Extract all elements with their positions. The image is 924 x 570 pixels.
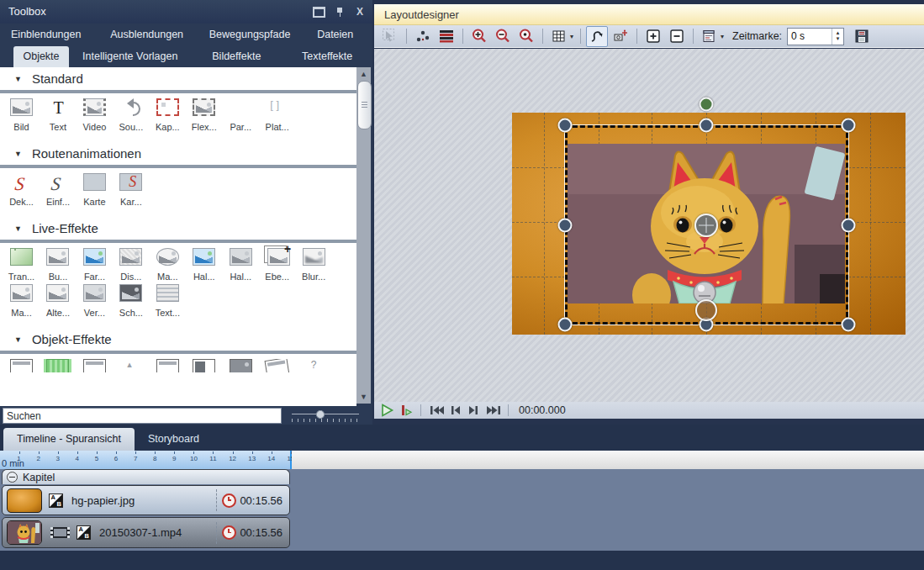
toolbox-item[interactable]: Alte... [41, 284, 74, 319]
toolbox-item[interactable]: Plat... [261, 98, 293, 133]
tab-storyboard[interactable]: Storyboard [135, 428, 213, 451]
tab-objekte[interactable]: Objekte [13, 46, 69, 67]
toolbox-item[interactable]: Bild [5, 98, 38, 133]
resize-handle-se[interactable] [842, 318, 856, 332]
plus-icon[interactable] [642, 26, 664, 47]
toolbox-item[interactable]: Tran... [5, 248, 38, 282]
section-header[interactable]: ▼ Standard [0, 67, 356, 90]
timeline-ruler[interactable]: 123456789101112131415 0 min [0, 451, 292, 469]
spinner-arrows-icon[interactable]: ▲▼ [832, 29, 843, 45]
scrollbar-thumb[interactable] [357, 81, 372, 129]
toolbox-item[interactable] [151, 359, 184, 372]
toolbox-item[interactable] [114, 359, 147, 372]
toolbox-item[interactable]: Sou... [114, 98, 147, 133]
toolbox-item[interactable] [187, 359, 220, 372]
section-header[interactable]: ▼ Live-Effekte [0, 217, 356, 240]
resize-handle-sw[interactable] [558, 318, 573, 332]
grid-icon[interactable] [548, 26, 570, 47]
show-stripes-icon[interactable] [436, 26, 457, 47]
toolbox-item[interactable] [78, 359, 111, 372]
tab-intelligente-vorlagen[interactable]: Intelligente Vorlagen [69, 50, 191, 67]
select-tool-icon[interactable] [379, 26, 401, 47]
zeitmarke-value[interactable]: 0 s [788, 30, 832, 42]
scroll-down-button[interactable]: ▼ [356, 390, 371, 404]
tab-bildeffekte[interactable]: Bildeffekte [191, 50, 282, 67]
toolbox-item[interactable]: Karte [78, 173, 111, 208]
save-icon[interactable] [851, 26, 873, 47]
toolbox-item[interactable]: Blur... [298, 248, 330, 282]
search-input[interactable] [3, 408, 282, 424]
pin-icon[interactable] [335, 7, 344, 17]
resize-handle-n[interactable] [700, 119, 714, 133]
resize-handle-ne[interactable] [842, 119, 856, 133]
tab-ausblendungen[interactable]: Ausblendungen [92, 29, 201, 45]
step-forward-icon[interactable] [467, 403, 480, 418]
toolbox-item[interactable]: Video [78, 98, 111, 133]
toolbox-item[interactable]: Par... [224, 98, 257, 133]
resize-handle-e[interactable] [842, 219, 856, 233]
play-from-marker-icon[interactable] [399, 403, 414, 418]
close-icon[interactable]: X [354, 6, 366, 18]
toolbox-item[interactable]: Kap... [151, 98, 184, 133]
layoutdesigner-canvas[interactable] [374, 49, 924, 402]
tab-texteffekte[interactable]: Texteffekte [282, 50, 372, 67]
zoom-in-icon[interactable] [468, 26, 490, 47]
toolbox-item[interactable] [5, 359, 38, 372]
tab-dateien[interactable]: Dateien [298, 29, 372, 45]
keyframe-panel-icon[interactable] [699, 26, 721, 47]
tab-bewegungspfade[interactable]: Bewegungspfade [202, 29, 298, 45]
toolbox-item[interactable]: Dek... [5, 173, 38, 208]
grid-dropdown-icon[interactable]: ▾ [570, 33, 573, 40]
toolbox-item[interactable]: Ma... [5, 284, 38, 319]
resize-handle-nw[interactable] [558, 119, 573, 133]
toolbox-item[interactable]: Ma... [151, 248, 184, 282]
icon-size-slider[interactable] [292, 408, 359, 423]
center-move-handle[interactable] [694, 214, 718, 237]
keyframe-panel-dropdown-icon[interactable]: ▾ [721, 33, 724, 40]
minus-icon[interactable] [666, 26, 688, 47]
toolbox-item[interactable]: Ver... [78, 284, 111, 319]
skip-to-start-icon[interactable] [428, 403, 445, 418]
camera-pan-icon[interactable] [610, 26, 631, 47]
toolbox-item[interactable]: Text... [151, 284, 184, 319]
toolbox-item[interactable]: Text [41, 98, 74, 133]
play-icon[interactable] [379, 403, 394, 418]
toolbox-item[interactable] [41, 359, 74, 372]
toolbox-item[interactable]: Kar... [114, 173, 147, 208]
chapter-header[interactable]: Kapitel [2, 469, 290, 484]
step-back-icon[interactable] [449, 403, 462, 418]
zeitmarke-spinbox[interactable]: 0 s ▲▼ [787, 28, 844, 45]
tracks-area[interactable]: Kapitel hg-papier.jpg 00:15.56 [0, 469, 924, 551]
resize-handle-w[interactable] [558, 219, 573, 233]
toolbox-item[interactable]: Dis... [114, 248, 147, 282]
collapse-chapter-icon[interactable] [7, 472, 18, 483]
scroll-up-button[interactable]: ▲ [356, 67, 371, 81]
anchor-handle[interactable] [695, 299, 717, 321]
toolbox-item[interactable] [298, 359, 330, 372]
toolbox-scrollbar[interactable]: ▲ ▼ [356, 67, 371, 404]
tab-einblendungen[interactable]: Einblendungen [0, 29, 92, 45]
skip-to-end-icon[interactable] [484, 403, 501, 418]
toolbox-item[interactable]: Hal... [224, 248, 257, 282]
maximize-icon[interactable] [313, 7, 325, 18]
rotation-handle[interactable] [700, 98, 714, 112]
toolbox-item[interactable]: Ebe... [261, 248, 293, 282]
section-header[interactable]: ▼ Routenanimationen [0, 142, 356, 165]
show-points-icon[interactable] [412, 26, 434, 47]
toolbox-item[interactable]: Far... [78, 248, 111, 282]
section-header[interactable]: ▼ Objekt-Effekte [0, 328, 356, 351]
ruler-empty-area[interactable] [292, 451, 924, 469]
toolbox-item[interactable]: Einf... [41, 173, 74, 208]
toolbox-item[interactable]: Flex... [187, 98, 220, 133]
zoom-reset-icon[interactable] [515, 26, 537, 47]
toolbox-item[interactable] [261, 359, 293, 372]
toolbox-item[interactable]: Hal... [187, 248, 220, 282]
track-row-video[interactable]: 20150307-1.mp4 00:15.56 [2, 517, 290, 548]
tab-timeline-spuransicht[interactable]: Timeline - Spuransicht [3, 428, 135, 451]
zoom-out-icon[interactable] [492, 26, 514, 47]
toolbox-item[interactable]: Sch... [114, 284, 147, 319]
motion-path-icon[interactable] [586, 26, 608, 47]
toolbox-item[interactable] [224, 359, 257, 372]
toolbox-item[interactable]: Bu... [41, 248, 74, 282]
track-row-hg-papier[interactable]: hg-papier.jpg 00:15.56 [2, 485, 290, 515]
